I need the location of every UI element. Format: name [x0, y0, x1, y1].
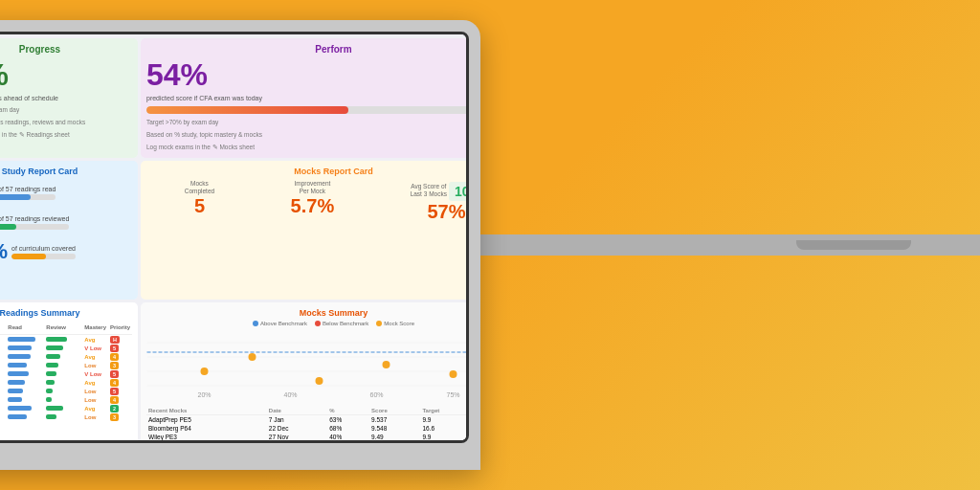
mock-pct-0: 63% [327, 415, 369, 425]
perform-detail-note: Based on % study, topic mastery & mocks [146, 130, 469, 139]
mocks-stats: MocksCompleted 5 ImprovementPer Mock 5.7… [146, 180, 469, 223]
mocks-improvement-label: ImprovementPer Mock [291, 180, 335, 195]
svg-point-6 [316, 377, 323, 385]
laptop-screen: Plan Jun 6 146 days left to CFA exam ⏰ [0, 32, 469, 443]
readings-title: Readings Summary [0, 308, 132, 318]
mocks-report-title: Mocks Report Card [146, 167, 469, 176]
mock-score-1: 9.548 [369, 424, 420, 433]
readings-mastery-5: Avg [82, 378, 108, 387]
mock-name-3: Fitch PE2 [146, 441, 267, 443]
readings-mastery-7: Low [82, 395, 108, 404]
readings-row-6: F Income 11% Low 5 [0, 387, 132, 395]
mock-score-0: 9.537 [369, 415, 420, 425]
mocks-completed-label: MocksCompleted [185, 180, 214, 195]
readings-priority-4: 5 [108, 369, 132, 378]
readings-read-bar-3 [6, 361, 44, 369]
study-report-title: Study Report Card [0, 167, 132, 176]
mocks-improvement-val: 5.7% [291, 195, 335, 217]
perform-percent: 54% [146, 57, 208, 93]
mock-score-3: 9.448 [369, 441, 420, 443]
col-read: Read [6, 321, 44, 335]
readings-mastery-6: Low [82, 387, 108, 395]
readings-review-bar-8 [44, 404, 82, 412]
readings-row-9: Port Mgmt 6% Low 3 [0, 412, 132, 421]
mock-date-2: 27 Nov [267, 433, 327, 441]
readings-read-bar-9 [6, 412, 44, 421]
curriculum-label: of curriculum covered [11, 245, 76, 252]
readings-review-bar-1 [44, 344, 82, 352]
readings-row-3: FRA 15% Low 3 [0, 361, 132, 369]
readings-reviewed-label: of 57 readings reviewed [0, 215, 69, 222]
readings-priority-8: 2 [108, 404, 132, 412]
mock-target-0: 9.9 [420, 415, 469, 425]
readings-review-bar-2 [44, 352, 82, 361]
mocks-completed-stat: MocksCompleted 5 [185, 180, 214, 223]
mock-date-1: 22 Dec [267, 424, 327, 433]
col-mastery: Mastery [82, 321, 108, 335]
mock-col-date: Date [267, 407, 327, 415]
dashboard: Plan Jun 6 146 days left to CFA exam ⏰ [0, 34, 466, 440]
perform-log-note: Log mock exams in the ✎ Mocks sheet [146, 143, 469, 151]
mocks-avg-stat: Avg Score ofLast 3 Mocks 100 57% [411, 180, 469, 223]
readings-row-7: Derivatives 6% Low 4 [0, 395, 132, 404]
mock-name-1: Bloomberg P64 [146, 424, 267, 433]
readings-review-bar-4 [44, 369, 82, 378]
readings-mastery-8: Avg [82, 404, 108, 412]
mock-name-0: AdaptPrep PE5 [146, 415, 267, 425]
readings-priority-3: 3 [108, 361, 132, 369]
mocks-row-2: Wiley PE3 27 Nov 40% 9.49 9.9 - [146, 433, 469, 441]
readings-mastery-0: Avg [82, 335, 108, 345]
mock-target-1: 16.6 [420, 424, 469, 433]
mocks-chart-area: 20% 40% 60% 75% [146, 328, 469, 405]
readings-read-bar-7 [6, 395, 44, 404]
progress-target-note: Target 100% by exam day [0, 105, 132, 114]
readings-row-4: Corp Fin 10% V Low 5 [0, 369, 132, 378]
readings-priority-9: 3 [108, 412, 132, 421]
mocks-summary-card: Mocks Summary Above Benchmark Below Benc… [141, 302, 469, 443]
mock-date-3: 2 Nov [267, 441, 327, 443]
readings-priority-1: 5 [108, 344, 132, 352]
readings-mastery-9: Low [82, 412, 108, 421]
perform-progress-bar [146, 106, 469, 114]
readings-mastery-3: Low [82, 361, 108, 369]
mocks-summary-title: Mocks Summary [146, 308, 469, 318]
mock-name-2: Wiley PE3 [146, 433, 267, 441]
svg-point-4 [201, 368, 209, 375]
mock-target-2: 9.9 [420, 433, 469, 441]
progress-percent: 44% [0, 57, 9, 93]
legend-mock: Mock Score [376, 321, 414, 326]
readings-table: Topic Exam % Read Review Mastery Priorit… [0, 321, 132, 421]
perform-bar-fill [146, 106, 348, 114]
svg-text:75%: 75% [446, 391, 459, 398]
svg-text:60%: 60% [369, 391, 383, 398]
progress-title: Progress [0, 44, 132, 55]
progress-sub: completed, 8 days ahead of schedule [0, 95, 132, 101]
legend-above: Above Benchmark [253, 321, 307, 326]
readings-read-bar-4 [6, 369, 44, 378]
readings-review-bar-0 [44, 335, 82, 345]
readings-priority-5: 4 [108, 378, 132, 387]
legend-below: Below Benchmark [315, 321, 368, 326]
mock-pct-1: 68% [327, 424, 369, 433]
readings-review-bar-3 [44, 361, 82, 369]
mock-col-name: Recent Mocks [146, 407, 267, 415]
laptop-base [461, 234, 980, 256]
mocks-row-3: Fitch PE2 2 Nov 54% 9.448 9.9 + [146, 441, 469, 443]
readings-read-bar-1 [6, 344, 44, 352]
svg-point-8 [450, 370, 457, 378]
mock-col-score: Score [369, 407, 420, 415]
col-review: Review [44, 321, 82, 335]
readings-row-1: Quant 10% V Low 5 [0, 344, 132, 352]
mocks-avg-val: 57% [411, 201, 469, 223]
readings-review-bar-5 [44, 378, 82, 387]
readings-priority-7: 4 [108, 395, 132, 404]
readings-read-row: 📖 32 of 57 readings read [0, 180, 132, 205]
readings-read-bar-0 [6, 335, 44, 345]
readings-mastery-2: Avg [82, 352, 108, 361]
readings-priority-6: 5 [108, 387, 132, 395]
readings-row-2: Econ 10% Avg 4 [0, 352, 132, 361]
mock-pct-2: 40% [327, 433, 369, 441]
mocks-avg-label: Avg Score ofLast 3 Mocks [411, 183, 447, 198]
readings-review-bar-6 [44, 387, 82, 395]
svg-text:20%: 20% [197, 391, 211, 398]
